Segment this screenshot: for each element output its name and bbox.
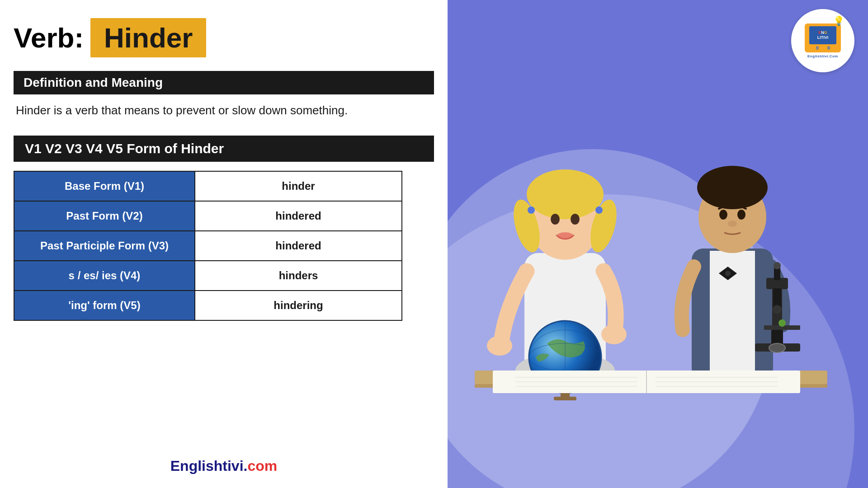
logo-inner: 💡 ENG LITIVI: [805, 23, 841, 58]
table-row: Base Form (V1)hinder: [14, 171, 402, 201]
svg-point-15: [601, 324, 627, 344]
svg-point-37: [773, 305, 782, 314]
table-label-text: s / es/ ies (V4): [69, 269, 141, 282]
table-value-cell: hinder: [195, 171, 402, 201]
definition-text: Hinder is a verb that means to prevent o…: [14, 103, 434, 117]
table-value-text: hinder: [282, 180, 315, 192]
verb-word-highlight: Hinder: [90, 18, 206, 57]
table-value-text: hinders: [279, 269, 318, 282]
svg-point-28: [719, 210, 727, 220]
table-label-text: Past Form (V2): [66, 210, 142, 222]
svg-point-25: [725, 271, 731, 276]
table-value-text: hindering: [274, 299, 323, 311]
footer-text-blue: Englishtivi.: [170, 458, 248, 474]
definition-header-block: Definition and Meaning: [14, 71, 434, 94]
svg-point-35: [774, 262, 781, 269]
svg-point-10: [595, 206, 603, 214]
footer-text-red: com: [247, 458, 277, 474]
table-label-text: Base Form (V1): [65, 180, 144, 192]
footer: Englishtivi.com: [14, 449, 434, 474]
table-value-cell: hindered: [195, 201, 402, 231]
kids-illustration: [448, 0, 868, 488]
svg-point-11: [551, 214, 560, 225]
logo-container: 💡 ENG LITIVI: [791, 9, 854, 72]
svg-point-14: [487, 336, 512, 356]
svg-rect-23: [710, 251, 755, 377]
right-panel: 💡 ENG LITIVI: [448, 0, 868, 488]
table-row: Past Form (V2)hindered: [14, 201, 402, 231]
verb-forms-header-block: V1 V2 V3 V4 V5 Form of Hinder: [14, 136, 434, 162]
table-label-cell: Base Form (V1): [14, 171, 195, 201]
table-label-text: 'ing' form (V5): [68, 299, 140, 311]
svg-point-29: [737, 210, 745, 220]
table-label-cell: Past Form (V2): [14, 201, 195, 231]
table-label-text: Past Participle Form (V3): [40, 239, 169, 252]
table-value-cell: hinders: [195, 261, 402, 291]
table-row: s / es/ ies (V4)hinders: [14, 261, 402, 291]
svg-point-12: [571, 214, 580, 225]
tv-icon: ENG LITIVI: [805, 23, 841, 52]
table-label-cell: 'ing' form (V5): [14, 291, 195, 320]
verb-forms-table: Base Form (V1)hinderPast Form (V2)hinder…: [14, 171, 402, 321]
left-panel: Verb: Hinder Definition and Meaning Hind…: [0, 0, 448, 488]
definition-header-text: Definition and Meaning: [24, 75, 163, 89]
svg-point-41: [778, 319, 786, 327]
logo-text: Englishtivi.Com: [805, 54, 841, 58]
svg-rect-21: [554, 397, 576, 400]
table-value-text: hindered: [275, 210, 321, 222]
table-label-cell: Past Participle Form (V3): [14, 231, 195, 261]
svg-point-27: [697, 166, 768, 209]
verb-label: Verb:: [14, 22, 84, 54]
table-row: 'ing' form (V5)hindering: [14, 291, 402, 320]
svg-point-6: [527, 169, 604, 219]
svg-point-30: [728, 221, 737, 227]
svg-point-13: [557, 232, 573, 239]
table-value-cell: hindered: [195, 231, 402, 261]
lightbulb-icon: 💡: [833, 15, 844, 26]
table-value-text: hindered: [275, 239, 321, 252]
svg-point-9: [528, 206, 535, 214]
verb-forms-header-text: V1 V2 V3 V4 V5 Form of Hinder: [25, 141, 224, 156]
svg-point-40: [769, 343, 785, 352]
table-label-cell: s / es/ ies (V4): [14, 261, 195, 291]
verb-title-area: Verb: Hinder: [14, 18, 434, 57]
table-value-cell: hindering: [195, 291, 402, 320]
table-row: Past Participle Form (V3)hindered: [14, 231, 402, 261]
